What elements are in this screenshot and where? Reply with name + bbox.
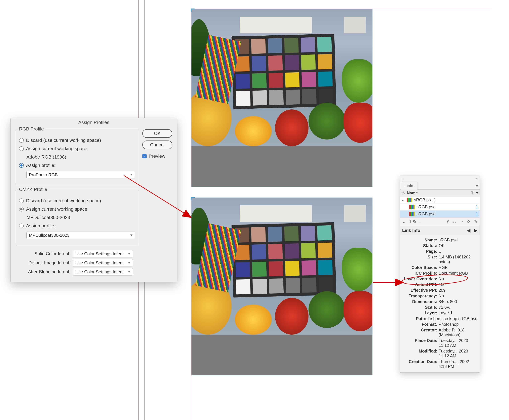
produce-orange [235, 305, 272, 335]
placed-image-top [192, 9, 372, 146]
info-key: Place Date: [402, 338, 437, 348]
info-value: Tuesday... 2023 11:12 AM [439, 349, 477, 358]
prev-icon[interactable]: ◀ [467, 228, 470, 233]
info-value: No [439, 293, 477, 298]
preview-checkbox[interactable]: Preview [142, 154, 172, 159]
cmyk-group-label: CMYK Profile [18, 187, 48, 192]
list-item[interactable]: ⌄ sRGB.ps...) [400, 196, 480, 203]
gray-card [240, 17, 312, 33]
after-intent-combo[interactable]: Use Color Settings Intent [73, 268, 133, 276]
placed-image-bottom [192, 198, 372, 335]
rgb-current-label: Assign current working space: [26, 146, 89, 151]
info-value: Layer 1 [439, 311, 477, 315]
goto-link-icon[interactable]: ↗ [460, 219, 463, 224]
frame-pastearea [192, 146, 372, 187]
rgb-assign-radio[interactable]: Assign profile: [19, 163, 135, 168]
cmyk-current-radio[interactable]: Assign current working space: [19, 206, 135, 212]
warning-icon: ⚠ [401, 191, 405, 195]
image-frame-top[interactable] [191, 9, 373, 187]
close-icon[interactable]: × [401, 177, 404, 181]
rgb-profile-value: ProPhoto RGB [29, 172, 58, 177]
disclosure-icon[interactable]: ⌄ [401, 197, 405, 202]
info-value: Tuesday... 2023 11:12 AM [439, 338, 477, 348]
relink-cc-icon[interactable]: ⎘ [447, 219, 449, 224]
cancel-button[interactable]: Cancel [142, 141, 172, 149]
list-item-page[interactable]: 1 [476, 211, 478, 216]
default-intent-value: Use Color Settings Intent [75, 260, 123, 265]
info-row: Page:1 [402, 249, 477, 254]
update-link-icon[interactable]: ⟳ [467, 219, 470, 224]
info-value: Fisherc...esktop:sRGB.psd [428, 316, 477, 321]
page-icon: 🗎 [470, 191, 474, 195]
chevron-down-icon[interactable]: ▾ [476, 191, 478, 195]
next-icon[interactable]: ▶ [474, 228, 477, 233]
link-info-header: Link Info [402, 228, 420, 233]
rgb-profile-combo[interactable]: ProPhoto RGB [26, 171, 135, 178]
cmyk-profile-combo[interactable]: MPDullcoat300-2023 [26, 232, 135, 239]
edit-original-icon[interactable]: ✎ [474, 219, 477, 224]
info-key: Effective PPI: [402, 288, 437, 293]
default-intent-combo[interactable]: Use Color Settings Intent [73, 259, 133, 266]
disclosure-icon[interactable]: ⌄ [402, 219, 406, 224]
cmyk-discard-radio[interactable]: Discard (use current working space) [19, 198, 135, 203]
preview-label: Preview [149, 154, 165, 159]
info-key: Path: [402, 316, 426, 321]
info-value: 71.6% [439, 305, 477, 310]
info-row: Transparency:No [402, 293, 477, 298]
cmyk-profile-group: CMYK Profile Discard (use current workin… [15, 190, 139, 246]
solid-intent-combo[interactable]: Use Color Settings Intent [73, 250, 133, 257]
cmyk-assign-radio[interactable]: Assign profile: [19, 223, 135, 229]
info-value: 1 [439, 249, 477, 254]
color-checker [231, 222, 336, 298]
ok-button[interactable]: OK [142, 129, 172, 138]
list-item[interactable]: sRGB.psd 1 [400, 203, 480, 210]
thumbnail-icon [409, 212, 415, 216]
default-intent-label: Default Image Intent: [15, 260, 70, 265]
info-value: 846 x 800 [439, 299, 477, 304]
list-item-page[interactable]: 1 [476, 204, 478, 209]
produce-apple [275, 298, 308, 335]
produce-broccoli [308, 291, 345, 328]
links-list: ⌄ sRGB.ps...) sRGB.psd 1 sRGB.psd 1 [400, 196, 480, 218]
rgb-assign-label: Assign profile: [26, 163, 55, 168]
produce-pepper-green [342, 248, 372, 291]
cmyk-profile-value: MPDullcoat300-2023 [29, 233, 69, 238]
radio-icon [19, 224, 24, 228]
info-key: Page: [402, 249, 437, 254]
color-checker [231, 34, 336, 109]
info-key: Scale: [402, 305, 437, 310]
radio-icon [19, 146, 24, 151]
info-key: Status: [402, 243, 437, 248]
cmyk-current-profile: MPDullcoat300-2023 [26, 215, 135, 220]
frame-pastearea [192, 335, 372, 375]
info-key: Modified: [402, 349, 437, 358]
column-name[interactable]: Name [407, 191, 469, 195]
cmyk-current-label: Assign current working space: [26, 206, 89, 212]
list-item-label: sRGB.ps...) [414, 197, 436, 202]
relink-icon[interactable]: ⬭ [453, 219, 456, 224]
link-info-list: Name:sRGB.psdStatus:OKPage:1Size:1.4 MB … [400, 235, 480, 372]
image-frame-bottom[interactable] [191, 197, 373, 375]
info-row: Effective PPI:209 [402, 288, 477, 293]
radio-icon [19, 138, 24, 143]
margin-guide-top [191, 9, 491, 9]
rgb-discard-radio[interactable]: Discard (use current working space) [19, 138, 135, 143]
panel-menu-icon[interactable]: ≡ [476, 183, 478, 188]
links-toolbar: ⌄ 1 Se... ⎘ ⬭ ↗ ⟳ ✎ [400, 218, 480, 226]
solid-intent-value: Use Color Settings Intent [75, 251, 123, 256]
rgb-profile-group: RGB Profile Discard (use current working… [15, 129, 139, 185]
resolution-chart [344, 205, 366, 222]
list-item-label: sRGB.psd [416, 204, 436, 209]
after-intent-value: Use Color Settings Intent [75, 269, 123, 275]
info-value: RGB [439, 265, 477, 270]
rgb-current-profile: Adobe RGB (1998) [26, 154, 135, 160]
info-row: Format:Photoshop [402, 322, 477, 327]
rgb-current-radio[interactable]: Assign current working space: [19, 146, 135, 151]
links-tab[interactable]: Links [401, 182, 418, 190]
produce-apple [275, 109, 308, 146]
radio-icon [19, 207, 24, 211]
produce-orange [235, 116, 272, 146]
info-key: Dimensions: [402, 299, 437, 304]
list-item[interactable]: sRGB.psd 1 [400, 210, 480, 218]
gray-card [240, 205, 312, 222]
